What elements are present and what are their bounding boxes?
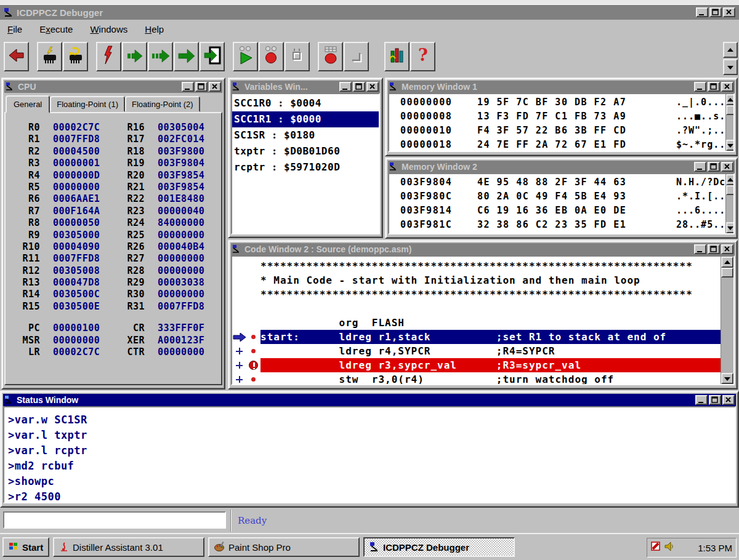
minimize-icon[interactable] (339, 82, 352, 92)
task-icdppcz-debugger[interactable]: ICDPPCZ Debugger (363, 537, 515, 557)
source-line[interactable] (232, 302, 721, 316)
step-over-button[interactable] (148, 42, 173, 71)
back-arrow-button[interactable] (4, 42, 29, 71)
start-button[interactable]: Start (2, 537, 49, 557)
minimize-icon[interactable] (182, 82, 194, 92)
system-tray: 1:53 PM (647, 538, 737, 558)
source-line[interactable]: ****************************************… (232, 287, 721, 302)
variable-item[interactable]: rcptr : $5971020D (232, 159, 379, 175)
tab-floating-point-2[interactable]: Floating-Point (2) (125, 96, 200, 112)
source-line[interactable]: * Main Code - start with Initialization … (232, 273, 721, 287)
menu-execute[interactable]: Execute (39, 24, 73, 34)
breakpoint-error-icon[interactable] (246, 361, 260, 370)
maximize-icon[interactable] (195, 82, 208, 92)
menu-file[interactable]: File (7, 24, 22, 34)
minimize-icon[interactable] (695, 395, 708, 405)
expand-plus-icon[interactable] (232, 348, 246, 354)
stop-breakpoint-button[interactable] (259, 42, 284, 71)
tab-general[interactable]: General (6, 95, 50, 113)
pc-arrow-icon[interactable] (232, 333, 246, 342)
hardware-breakpoint-button[interactable] (318, 42, 343, 71)
menu-windows[interactable]: Windows (90, 24, 127, 34)
minimize-icon[interactable] (696, 7, 708, 17)
scroll-down-icon[interactable] (726, 140, 735, 151)
memory2-window-icon (389, 162, 399, 172)
close-icon[interactable] (722, 395, 735, 405)
status-titlebar[interactable]: Status Window (3, 394, 736, 406)
cpu-titlebar[interactable]: CPU (4, 81, 222, 93)
scroll-up-icon[interactable] (721, 257, 733, 268)
close-icon[interactable] (721, 82, 733, 92)
statistics-button[interactable] (384, 42, 410, 71)
source-line-current[interactable]: start: ldreg r1,stack ;set R1 to stack a… (232, 330, 721, 344)
register-row: R2300000040 (116, 206, 221, 217)
minimize-icon[interactable] (694, 244, 706, 254)
maximize-icon[interactable] (708, 244, 720, 254)
scroll-down-icon[interactable] (723, 59, 738, 75)
variable-item[interactable]: SC1SR : $0180 (232, 127, 379, 143)
source-line[interactable]: stw r3,0(r4) ;turn watchdog off (232, 372, 721, 384)
variable-item-selected[interactable]: SCC1R1 : $0000 (232, 111, 379, 127)
memory2-scrollbar[interactable] (725, 174, 735, 233)
scroll-down-icon[interactable] (721, 373, 733, 384)
source-line[interactable]: org FLASH (232, 316, 721, 330)
step-into-button[interactable] (122, 42, 147, 71)
close-icon[interactable] (721, 244, 733, 254)
chip-reset-button[interactable] (63, 42, 88, 71)
command-input[interactable] (3, 511, 226, 529)
memory1-titlebar[interactable]: Memory Window 1 (388, 81, 735, 93)
close-icon[interactable] (366, 82, 379, 92)
breakpoint-dot-icon[interactable] (246, 335, 260, 339)
maximize-icon[interactable] (708, 162, 720, 172)
source-line-breakpoint[interactable]: ldreg r3,sypcr_val ;R3=sypcr_val (232, 358, 721, 372)
variables-titlebar[interactable]: Variables Win... (231, 81, 380, 93)
tray-red-icon[interactable] (651, 542, 661, 554)
run-button[interactable] (174, 42, 199, 71)
scroll-up-icon[interactable] (723, 42, 738, 58)
scroll-up-icon[interactable] (726, 174, 735, 185)
memory2-titlebar[interactable]: Memory Window 2 (388, 161, 735, 173)
menu-help[interactable]: Help (145, 24, 164, 34)
maximize-icon[interactable] (709, 395, 721, 405)
clear-breakpoint-disabled-button (344, 42, 369, 71)
variable-item[interactable]: SCC1R0 : $0004 (232, 95, 379, 111)
status-log: >var.w SC1SR >var.l txptr >var.l rcptr >… (3, 406, 736, 503)
register-row: R22001E8480 (116, 193, 221, 205)
halt-button[interactable] (96, 42, 121, 71)
breakpoint-dot-icon[interactable] (246, 377, 260, 382)
expand-plus-icon[interactable] (232, 376, 246, 383)
scroll-thumb[interactable] (721, 268, 733, 278)
minimize-icon[interactable] (694, 162, 706, 172)
help-button[interactable]: ? (410, 42, 435, 71)
register-row: R17002FC014 (116, 134, 221, 145)
run-breakpoints-button[interactable] (233, 42, 258, 71)
breakpoint-dot-icon[interactable] (246, 349, 260, 353)
tab-floating-point-1[interactable]: Floating-Point (1) (50, 96, 125, 112)
maximize-icon[interactable] (709, 7, 722, 17)
maximize-icon[interactable] (353, 82, 365, 92)
scroll-track[interactable] (726, 115, 735, 140)
maximize-icon[interactable] (708, 82, 720, 92)
close-icon[interactable] (721, 162, 733, 172)
minimize-icon[interactable] (694, 82, 706, 92)
source-line[interactable]: ldreg r4,SYPCR ;R4=SYPCR (232, 344, 721, 358)
close-icon[interactable] (723, 7, 735, 17)
scroll-up-icon[interactable] (726, 94, 735, 105)
code-scrollbar[interactable] (721, 257, 733, 384)
scroll-track[interactable] (721, 278, 733, 373)
close-icon[interactable] (209, 82, 221, 92)
scroll-track[interactable] (726, 195, 735, 222)
scroll-down-icon[interactable] (726, 222, 735, 233)
source-line[interactable]: ****************************************… (232, 259, 721, 273)
chip-program-button[interactable] (37, 42, 62, 71)
task-distiller-assistant[interactable]: Distiller Assistant 3.01 (53, 537, 204, 557)
speaker-icon[interactable] (664, 542, 674, 554)
run-to-exit-button[interactable] (200, 42, 225, 71)
memory1-scrollbar[interactable] (725, 94, 735, 151)
code-titlebar[interactable]: Code Window 2 : Source (demoppc.asm) (231, 243, 735, 255)
scroll-thumb[interactable] (726, 105, 735, 115)
task-paint-shop-pro[interactable]: Paint Shop Pro (208, 537, 360, 557)
variable-item[interactable]: txptr : $D0B01D60 (232, 143, 379, 159)
expand-plus-icon[interactable] (232, 362, 246, 369)
scroll-thumb[interactable] (726, 185, 735, 195)
